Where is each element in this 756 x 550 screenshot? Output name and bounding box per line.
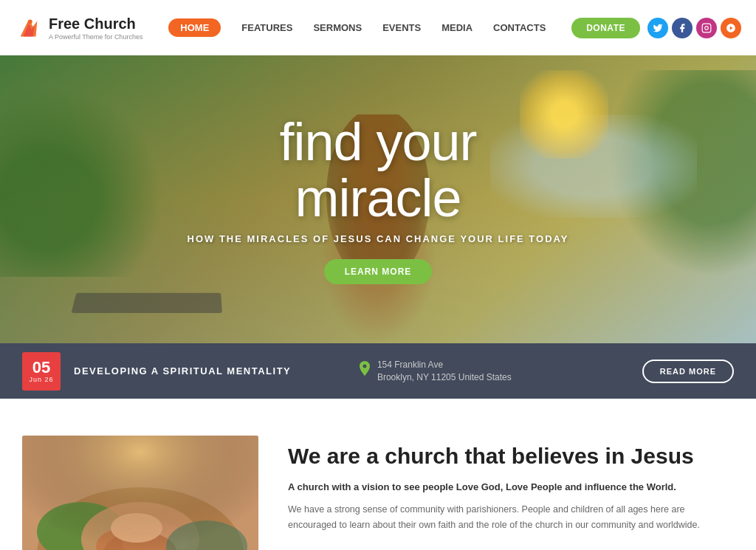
nav-events[interactable]: EVENTS	[382, 19, 421, 36]
extra-social-icon[interactable]	[721, 18, 741, 38]
main-nav: HOME FEATURES SERMONS EVENTS MEDIA CONTA…	[168, 18, 546, 37]
nav-media[interactable]: MEDIA	[441, 19, 472, 36]
about-image-bg	[22, 436, 258, 550]
hero-section: find your miracle HOW THE MIRACLES OF JE…	[0, 55, 756, 343]
event-day: 05	[32, 360, 50, 376]
logo-subtitle: A Powerful Theme for Churches	[49, 33, 142, 41]
social-icons	[647, 18, 741, 38]
event-location-text: 154 Franklin Ave Brooklyn, NY 11205 Unit…	[377, 359, 512, 384]
nav-contacts[interactable]: CONTACTS	[493, 19, 546, 36]
hands-svg	[22, 436, 258, 550]
event-title: DEVELOPING A SPIRITUAL MENTALITY	[74, 365, 358, 377]
header-right: DONATE	[571, 18, 741, 38]
svg-rect-3	[702, 24, 711, 32]
twitter-icon[interactable]	[647, 18, 668, 38]
nav-features[interactable]: FEATURES	[241, 19, 292, 36]
event-date-box: 05 Jun 26	[22, 352, 61, 391]
event-bar: 05 Jun 26 DEVELOPING A SPIRITUAL MENTALI…	[0, 343, 756, 399]
about-image	[22, 436, 258, 550]
event-location: 154 Franklin Ave Brooklyn, NY 11205 Unit…	[358, 359, 642, 384]
hero-grass	[0, 85, 162, 277]
svg-rect-15	[22, 436, 258, 550]
hero-title: find your miracle	[188, 114, 569, 226]
nav-home[interactable]: HOME	[168, 18, 221, 37]
logo[interactable]: Free Church A Powerful Theme for Churche…	[15, 14, 142, 42]
hero-content: find your miracle HOW THE MIRACLES OF JE…	[173, 114, 584, 284]
logo-icon	[15, 14, 43, 42]
hero-subtitle: HOW THE MIRACLES OF JESUS CAN CHANGE YOU…	[188, 233, 569, 244]
site-header: Free Church A Powerful Theme for Churche…	[0, 0, 756, 55]
about-section: We are a church that believes in Jesus A…	[0, 399, 756, 550]
instagram-icon[interactable]	[696, 18, 717, 38]
about-bold-text: A church with a vision to see people Lov…	[288, 480, 734, 495]
donate-button[interactable]: DONATE	[571, 18, 640, 38]
event-month: Jun 26	[29, 376, 53, 383]
location-icon	[358, 361, 371, 381]
hero-road	[72, 293, 222, 313]
about-text: We are a church that believes in Jesus A…	[288, 436, 734, 533]
read-more-button[interactable]: READ MORE	[642, 360, 734, 383]
about-heading: We are a church that believes in Jesus	[288, 443, 734, 470]
logo-title: Free Church	[49, 16, 142, 32]
facebook-icon[interactable]	[672, 18, 693, 38]
about-body-text: We have a strong sense of community with…	[288, 502, 734, 534]
svg-point-2	[28, 19, 32, 24]
learn-more-button[interactable]: LEARN MORE	[324, 259, 433, 284]
logo-text: Free Church A Powerful Theme for Churche…	[49, 16, 142, 41]
nav-sermons[interactable]: SERMONS	[313, 19, 362, 36]
